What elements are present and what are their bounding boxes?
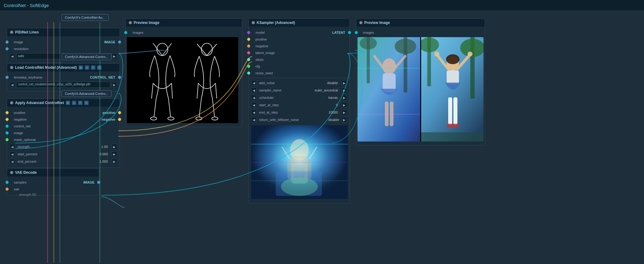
svg-rect-66 — [421, 132, 484, 142]
start-percent-right-btn[interactable]: ▶ — [112, 151, 117, 157]
strength-left-btn[interactable]: ◀ — [10, 144, 15, 149]
port-controlnet-in[interactable] — [6, 125, 9, 128]
port-samples-label: samples — [10, 181, 29, 184]
port-ksampler-positive-row: positive — [249, 36, 350, 43]
port-images2-in[interactable] — [355, 31, 358, 34]
scheduler-left-btn[interactable]: ◀ — [251, 95, 257, 100]
preview1-title: Preview Image — [134, 21, 159, 25]
node-pidinet-title: PiDiNet Lines — [15, 30, 39, 34]
port-image-in[interactable] — [6, 41, 9, 44]
port-vae-in[interactable] — [6, 188, 9, 191]
node-vae-header[interactable]: VAE Decode — [7, 169, 99, 177]
port-controlnet-out[interactable] — [118, 76, 121, 79]
control-scheduler-row: ◀ scheduler karras ▶ — [249, 94, 350, 101]
port-row-image: image IMAGE — [7, 39, 120, 45]
port-noise-seed-in[interactable] — [247, 72, 250, 75]
port-samples-in[interactable] — [6, 181, 9, 184]
add-noise-value: disable — [325, 81, 340, 85]
softedge-svg — [127, 37, 238, 123]
port-positive-in[interactable] — [6, 111, 9, 114]
control-add-noise-row: ◀ add_noise disable ▶ — [249, 79, 350, 87]
strength-right-btn[interactable]: ▶ — [112, 144, 117, 149]
svg-point-60 — [468, 52, 472, 56]
port-images1-in[interactable] — [124, 31, 127, 34]
port-negative-out-value: negative — [100, 118, 117, 121]
node-load-controlnet-header[interactable]: Load ControlNet Model (Advanced) ⊞ A © N — [7, 64, 120, 72]
port-noise-seed-row: noise_seed — [249, 70, 350, 76]
filepath-field[interactable]: control_net_models/control_v11p_sd15_sof… — [16, 82, 110, 88]
safe-left-btn[interactable]: ◀ — [10, 53, 15, 59]
filepath-left-btn[interactable]: ◀ — [10, 82, 15, 87]
node-ksampler-header[interactable]: KSampler (Advanced) — [249, 19, 350, 27]
port-samples-row: samples IMAGE — [7, 179, 99, 186]
node-load-controlnet-body: timestep_keyframe CONTROL_NET ◀ control_… — [7, 72, 120, 91]
port-image-vae-out[interactable] — [97, 181, 100, 184]
filepath-right-btn[interactable]: ▶ — [112, 82, 117, 87]
control-start-percent-row: ◀ start_percent 0.000 ▶ — [7, 150, 120, 158]
return-noise-left-btn[interactable]: ◀ — [251, 117, 257, 122]
preview2-image-container — [356, 36, 485, 143]
start-at-step-right-btn[interactable]: ▶ — [342, 102, 347, 108]
node-preview1-header[interactable]: Preview Image — [126, 19, 242, 27]
preview1-image — [127, 37, 238, 123]
start-percent-left-btn[interactable]: ◀ — [10, 151, 15, 157]
return-noise-right-btn[interactable]: ▶ — [342, 117, 347, 122]
scheduler-right-btn[interactable]: ▶ — [342, 95, 347, 100]
filepath-row: ◀ control_net_models/control_v11p_sd15_s… — [7, 81, 120, 89]
port-cfg-in[interactable] — [247, 65, 250, 68]
port-latent-out[interactable] — [348, 31, 351, 34]
port-images2-label: images — [359, 31, 376, 34]
control-start-at-step-row: ◀ start_at_step 0 ▶ — [249, 101, 350, 109]
end-at-step-left-btn[interactable]: ◀ — [251, 110, 257, 115]
port-timestep-in[interactable] — [6, 76, 9, 79]
node-pidinet-header[interactable]: PiDiNet Lines — [7, 28, 120, 36]
node-apply-controlnet-header[interactable]: Apply Advanced ControlNet ⊞ A © N — [7, 99, 120, 107]
end-percent-right-btn[interactable]: ▶ — [112, 159, 117, 164]
add-noise-right-btn[interactable]: ▶ — [342, 80, 347, 86]
sampler-name-right-btn[interactable]: ▶ — [342, 87, 347, 93]
end-at-step-right-btn[interactable]: ▶ — [342, 110, 347, 115]
safe-right-btn[interactable]: ▶ — [112, 53, 117, 59]
port-steps-label: steps — [251, 58, 266, 61]
port-ksampler-negative-row: negative — [249, 43, 350, 49]
node-preview2-header[interactable]: Preview Image — [356, 19, 485, 27]
svg-rect-64 — [447, 124, 453, 127]
safe-value[interactable]: safe — [16, 53, 64, 59]
app-title: ControlNet - SoftEdge — [4, 3, 49, 8]
end-percent-left-btn[interactable]: ◀ — [10, 159, 15, 164]
node-vae-decode: VAE Decode samples IMAGE vae — [7, 168, 99, 195]
port-ksampler-negative-in[interactable] — [247, 45, 250, 48]
sampler-name-left-btn[interactable]: ◀ — [251, 87, 257, 93]
port-resolution-label: resolution — [10, 47, 31, 51]
ksampler-dot — [252, 21, 255, 24]
port-image-out[interactable] — [118, 41, 121, 44]
tooltip3-text: ComfyUI-Advanced-Contro... — [65, 92, 108, 95]
port-negative-out[interactable] — [118, 118, 121, 121]
port-image-apply-in[interactable] — [6, 131, 9, 134]
node-preview1: Preview Image images — [125, 18, 242, 127]
start-at-step-left-btn[interactable]: ◀ — [251, 102, 257, 108]
port-latent-image-in[interactable] — [247, 51, 250, 54]
add-noise-left-btn[interactable]: ◀ — [251, 80, 257, 86]
port-mask-in[interactable] — [6, 138, 9, 141]
port-ksampler-positive-in[interactable] — [247, 38, 250, 41]
port-ksampler-positive-label: positive — [251, 37, 269, 41]
port-model-row: model LATENT — [249, 29, 350, 36]
preview1-body: images — [126, 27, 242, 127]
ksampler-sep — [249, 78, 350, 78]
ksampler-title: KSampler (Advanced) — [257, 21, 295, 25]
svg-rect-49 — [358, 114, 420, 115]
port-resolution-in[interactable] — [6, 47, 9, 50]
port-positive-out[interactable] — [118, 111, 121, 114]
port-model-in[interactable] — [247, 31, 250, 34]
preview2-dot — [359, 21, 362, 24]
port-negative-in[interactable] — [6, 118, 9, 121]
tooltip-popup2: ComfyUI-Advanced-Contro... — [61, 53, 112, 60]
port-steps-row: steps — [249, 56, 350, 63]
strength-label: strength — [16, 145, 98, 149]
start-percent-value: 0.000 — [97, 152, 110, 156]
end-percent-value: 1.000 — [97, 160, 110, 163]
port-steps-in[interactable] — [247, 58, 250, 61]
port-negative-in-label: negative — [10, 118, 29, 121]
port-controlnet-in-label: control_net — [10, 124, 33, 128]
